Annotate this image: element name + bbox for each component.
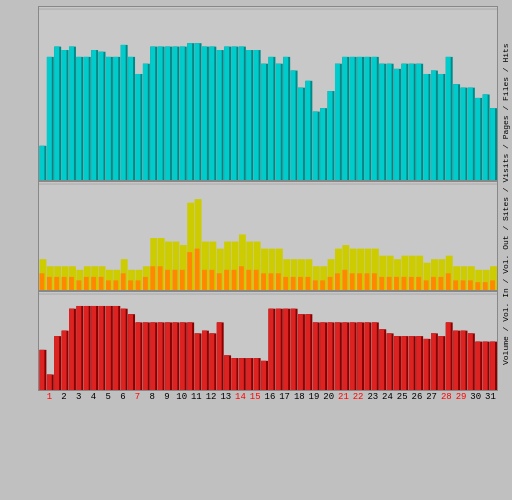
x-label-6: 6 [116,392,131,402]
x-label-4: 4 [86,392,101,402]
x-label-10: 10 [174,392,189,402]
x-label-14: 14 [233,392,248,402]
chart2-section [2,181,498,291]
chart-inner: 1234567891011121314151617181920212223242… [2,6,498,402]
x-label-24: 24 [380,392,395,402]
x-label-1: 1 [42,392,57,402]
x-label-5: 5 [101,392,116,402]
x-axis: 1234567891011121314151617181920212223242… [42,392,498,402]
x-label-2: 2 [57,392,72,402]
x-label-15: 15 [248,392,263,402]
x-label-16: 16 [263,392,278,402]
x-label-27: 27 [424,392,439,402]
charts-and-right-label: 1234567891011121314151617181920212223242… [2,6,510,402]
chart-container: 1234567891011121314151617181920212223242… [0,0,512,500]
x-label-21: 21 [336,392,351,402]
x-label-3: 3 [71,392,86,402]
x-label-8: 8 [145,392,160,402]
x-label-12: 12 [204,392,219,402]
x-label-25: 25 [395,392,410,402]
chart1-section [2,6,498,181]
x-label-7: 7 [130,392,145,402]
x-label-23: 23 [365,392,380,402]
x-label-29: 29 [454,392,469,402]
x-label-22: 22 [351,392,366,402]
x-label-17: 17 [277,392,292,402]
chart1-area [38,6,498,181]
x-label-30: 30 [468,392,483,402]
x-label-9: 9 [160,392,175,402]
x-label-28: 28 [439,392,454,402]
chart3-area [38,291,498,391]
x-label-26: 26 [410,392,425,402]
x-label-31: 31 [483,392,498,402]
chart2-area [38,181,498,291]
right-axis-label: Volume / Vol. In / Vol. Out / Sites / Vi… [498,6,510,402]
chart3-section [2,291,498,391]
x-label-11: 11 [189,392,204,402]
x-label-19: 19 [307,392,322,402]
x-label-20: 20 [321,392,336,402]
x-label-18: 18 [292,392,307,402]
x-label-13: 13 [218,392,233,402]
